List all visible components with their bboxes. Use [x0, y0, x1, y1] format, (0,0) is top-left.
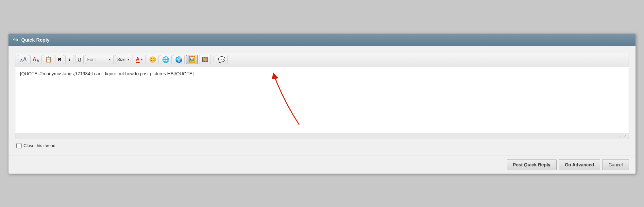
insert-image-toolbar-button[interactable]: 📋	[43, 55, 54, 64]
emoji-icon: 😊	[149, 56, 156, 63]
dialog-body: A A A A 📋 B	[8, 46, 636, 156]
font-strike-small-label: A	[37, 59, 39, 63]
font-select[interactable]: Font ▼	[85, 55, 114, 64]
font-strike-button[interactable]: A A	[30, 55, 42, 64]
color-label: A	[136, 56, 140, 63]
italic-button[interactable]: I	[65, 55, 74, 64]
underline-label: U	[78, 57, 81, 62]
editor-wrapper: A A A A 📋 B	[15, 53, 629, 139]
clipboard-icon: 📋	[45, 56, 52, 63]
insert-quote-button[interactable]: 💬	[216, 55, 228, 64]
globe-icon: 🌐	[162, 56, 169, 63]
toolbar: A A A A 📋 B	[15, 53, 629, 66]
text-area-container: [QUOTE=2manymustangs;171934]I can't figu…	[15, 66, 629, 133]
resize-icon: ⟋⟋	[618, 133, 627, 139]
font-strike-label: A	[33, 57, 37, 63]
font-select-label: Font	[87, 57, 107, 62]
toolbar-separator	[213, 56, 213, 63]
go-advanced-button[interactable]: Go Advanced	[559, 159, 601, 170]
globe2-icon: 🌍	[175, 56, 182, 63]
quick-reply-dialog: ↩ Quick Reply A A A A	[8, 33, 636, 174]
dialog-header: ↩ Quick Reply	[8, 34, 636, 46]
picture-icon: 🖼️	[188, 56, 195, 63]
options-row: Close this thread	[15, 139, 629, 152]
reply-textarea[interactable]: [QUOTE=2manymustangs;171934]I can't figu…	[15, 66, 629, 132]
back-icon: ↩	[13, 36, 18, 44]
dialog-title: Quick Reply	[21, 37, 50, 43]
underline-button[interactable]: U	[75, 55, 84, 64]
font-size-large-label: A	[23, 57, 27, 62]
bold-label: B	[58, 57, 61, 62]
size-select[interactable]: Size ▼	[115, 55, 132, 64]
emoji-button[interactable]: 😊	[147, 55, 159, 64]
color-select[interactable]: A ▼	[134, 55, 146, 64]
italic-label: I	[69, 57, 70, 62]
size-select-arrow-icon: ▼	[127, 58, 130, 61]
bold-button[interactable]: B	[56, 55, 64, 64]
cancel-button[interactable]: Cancel	[602, 159, 629, 170]
insert-video-button[interactable]: 🎞️	[199, 55, 211, 64]
footer-buttons: Post Quick Reply Go Advanced Cancel	[8, 156, 636, 174]
resize-bar[interactable]: ⟋⟋	[15, 133, 629, 139]
close-thread-label[interactable]: Close this thread	[16, 143, 56, 148]
close-thread-checkbox[interactable]	[16, 143, 22, 148]
size-select-label: Size	[117, 57, 126, 62]
film-icon: 🎞️	[201, 56, 209, 63]
speech-icon: 💬	[218, 56, 225, 63]
post-quick-reply-button[interactable]: Post Quick Reply	[507, 159, 557, 170]
font-size-decrease-button[interactable]: A A	[18, 55, 29, 64]
close-thread-text: Close this thread	[24, 143, 56, 148]
font-select-arrow-icon: ▼	[108, 58, 111, 61]
insert-link2-button[interactable]: 🌍	[173, 55, 185, 64]
insert-link-button[interactable]: 🌐	[160, 55, 172, 64]
font-size-small-label: A	[20, 59, 23, 62]
insert-picture-button[interactable]: 🖼️	[186, 55, 198, 64]
color-arrow-icon: ▼	[140, 58, 144, 61]
